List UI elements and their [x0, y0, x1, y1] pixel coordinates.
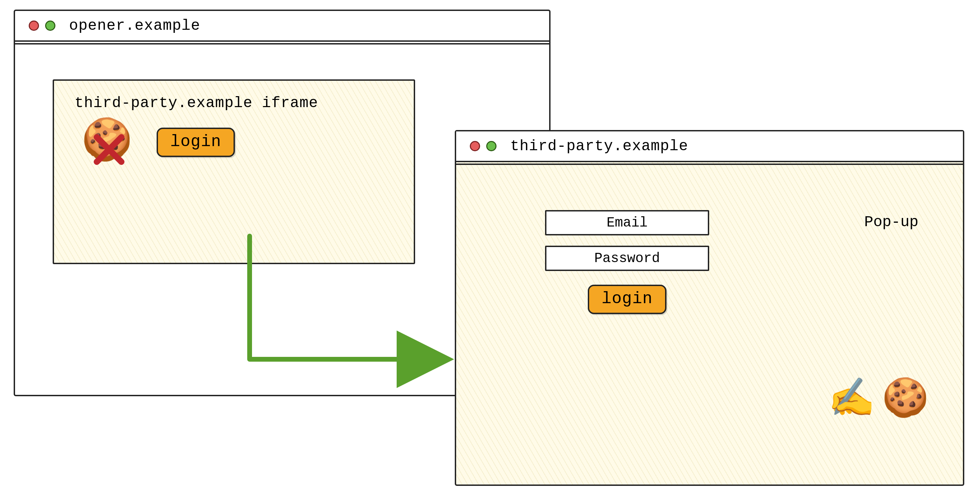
- close-dot-icon[interactable]: [29, 21, 39, 31]
- opener-url: opener.example: [69, 17, 200, 34]
- iframe-login-button[interactable]: login: [157, 128, 235, 157]
- traffic-lights: [470, 141, 496, 151]
- blocked-cookie: 🍪: [81, 122, 133, 163]
- email-field[interactable]: Email: [545, 210, 709, 235]
- popup-titlebar: third-party.example: [456, 131, 963, 162]
- cross-icon: [94, 134, 124, 165]
- cookie-write-indicator: ✍️ 🍪: [828, 375, 929, 421]
- opens-popup-arrow-icon: [236, 233, 458, 387]
- zoom-dot-icon[interactable]: [45, 21, 56, 31]
- password-field[interactable]: Password: [545, 246, 709, 271]
- zoom-dot-icon[interactable]: [486, 141, 496, 151]
- iframe-label: third-party.example iframe: [75, 94, 397, 112]
- popup-label: Pop-up: [864, 214, 918, 231]
- writing-hand-icon: ✍️: [828, 375, 875, 421]
- cookie-icon: 🍪: [882, 375, 929, 421]
- opener-titlebar: opener.example: [15, 11, 549, 42]
- traffic-lights: [29, 21, 56, 31]
- popup-login-button[interactable]: login: [588, 285, 666, 314]
- popup-url: third-party.example: [510, 137, 688, 155]
- login-form: Email Password login: [538, 210, 716, 314]
- close-dot-icon[interactable]: [470, 141, 480, 151]
- popup-window: third-party.example Email Password login…: [455, 130, 964, 486]
